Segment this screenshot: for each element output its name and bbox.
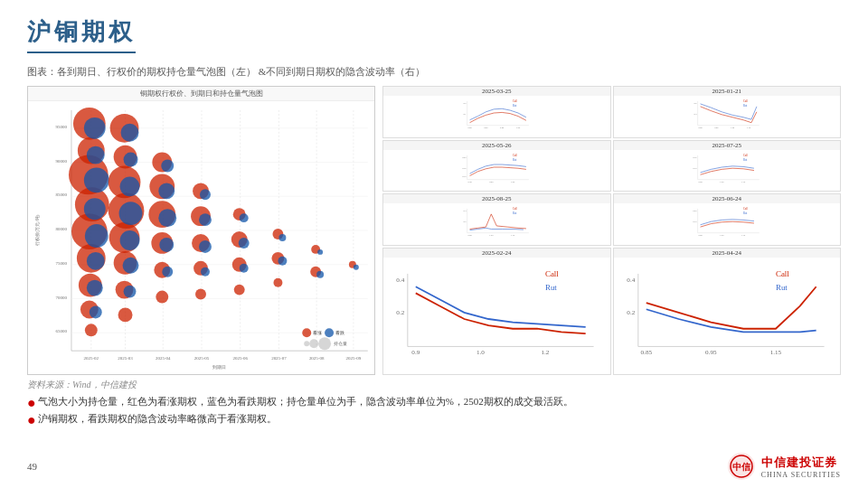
svg-point-48	[87, 252, 105, 270]
svg-text:0.85: 0.85	[698, 127, 703, 129]
svg-text:0.20: 0.20	[462, 155, 467, 158]
svg-text:0.10: 0.10	[693, 166, 697, 169]
svg-text:0.45: 0.45	[467, 180, 472, 183]
svg-text:1.15: 1.15	[746, 127, 750, 129]
svg-point-85	[201, 267, 210, 277]
svg-text:0.96: 0.96	[467, 234, 472, 237]
svg-text:Rut: Rut	[743, 104, 747, 108]
logo-cn: 中信建投证券	[761, 455, 837, 471]
svg-text:中信: 中信	[732, 462, 751, 472]
iv-chart-2-title: 2025-01-21	[614, 87, 841, 96]
svg-text:70000: 70000	[56, 296, 68, 300]
svg-text:90000: 90000	[56, 159, 68, 164]
svg-point-81	[195, 289, 206, 300]
iv-chart-1: 2025-03-25 Call Rut 0.2 0.1 0.85 0.90	[382, 86, 611, 138]
svg-text:2025-09: 2025-09	[346, 356, 362, 361]
svg-text:80000: 80000	[56, 227, 68, 231]
svg-text:0.6: 0.6	[693, 102, 697, 105]
svg-text:0.90: 0.90	[484, 127, 488, 129]
svg-text:0.2: 0.2	[463, 221, 467, 223]
bubble-chart-title: 铜期权行权价、到期日和持仓量气泡图	[28, 87, 374, 101]
svg-text:看涨: 看涨	[313, 330, 322, 335]
svg-text:Rut: Rut	[513, 157, 516, 161]
svg-text:0.20: 0.20	[693, 210, 697, 212]
svg-point-106	[325, 328, 334, 337]
svg-point-95	[273, 278, 282, 287]
svg-point-64	[123, 258, 139, 274]
svg-text:0.4: 0.4	[627, 277, 635, 284]
iv-chart-7-title: 2025-02-24	[383, 249, 610, 258]
svg-point-89	[234, 285, 245, 296]
bubble-chart-inner: 95000 90000 85000 80000 75000 70000 6500…	[28, 101, 374, 372]
iv-chart-8: 2025-04-24 Call Rut 0.4 0.2 0.85 0.95 1.…	[613, 248, 842, 375]
svg-text:Call: Call	[743, 99, 748, 103]
iv-svg-3: Call Rut 0.20 0.15 0.10 0.45 0.90 1.00	[383, 150, 610, 188]
svg-text:85000: 85000	[56, 192, 68, 197]
svg-text:0.85: 0.85	[698, 234, 703, 237]
svg-text:0.95: 0.95	[714, 127, 719, 129]
svg-text:0.95: 0.95	[500, 127, 505, 129]
svg-text:0.2: 0.2	[463, 102, 467, 105]
svg-text:1.00: 1.00	[489, 234, 494, 237]
svg-point-82	[200, 189, 211, 200]
svg-point-61	[120, 176, 140, 196]
chart-subtitle: 图表：各到期日、行权价的期权持仓量气泡图（左） &不同到期日期权的隐含波动率（右…	[27, 64, 841, 79]
svg-point-73	[158, 183, 175, 199]
svg-text:1.00: 1.00	[720, 234, 724, 237]
svg-point-101	[316, 271, 324, 278]
svg-text:看跌: 看跌	[335, 330, 344, 335]
svg-text:1.15: 1.15	[769, 349, 781, 356]
svg-text:Rut: Rut	[743, 211, 747, 215]
svg-point-92	[240, 264, 249, 273]
svg-text:1.00: 1.00	[511, 180, 515, 183]
svg-text:0.2: 0.2	[627, 308, 635, 315]
note-bullet-1: ●	[27, 394, 36, 411]
iv-svg-4: Call Rut 0.15 0.10 0.90 1.00 1.10	[614, 150, 841, 188]
svg-text:0.15: 0.15	[462, 166, 467, 169]
bubble-chart: 铜期权行权价、到期日和持仓量气泡图 95000 90000 85000 8000…	[27, 86, 375, 375]
svg-point-91	[239, 238, 250, 249]
svg-text:1.2: 1.2	[541, 349, 549, 356]
svg-point-58	[118, 307, 133, 322]
svg-point-75	[159, 238, 174, 252]
svg-text:Rut: Rut	[513, 104, 516, 108]
svg-point-42	[85, 324, 98, 336]
footer: 49 中信 中信建投证券 CHINA SECURITIES	[27, 452, 841, 481]
svg-point-50	[90, 305, 102, 318]
iv-svg-5: Call Rut 0.4 0.2 0.96 1.00 1.10	[383, 203, 610, 241]
iv-chart-3-title: 2025-05-26	[383, 141, 610, 150]
svg-text:Call: Call	[775, 269, 788, 278]
svg-point-63	[120, 230, 140, 250]
iv-chart-5: 2025-08-25 Call Rut 0.4 0.2 0.96 1.00 1.…	[382, 193, 611, 246]
page-number: 49	[27, 461, 37, 472]
svg-text:0.10: 0.10	[693, 221, 697, 223]
main-content: 铜期权行权价、到期日和持仓量气泡图 95000 90000 85000 8000…	[27, 86, 841, 375]
svg-text:0.1: 0.1	[463, 113, 467, 116]
svg-text:2025-04: 2025-04	[156, 356, 171, 361]
svg-point-90	[240, 213, 249, 222]
svg-text:到期日: 到期日	[212, 364, 226, 370]
page-title: 沪铜期权	[27, 16, 136, 53]
note-item-1: ● 气泡大小为持仓量，红色为看涨期权，蓝色为看跌期权；持仓量单位为手，隐含波动率…	[27, 394, 841, 411]
svg-point-59	[121, 124, 139, 142]
svg-text:Rut: Rut	[743, 157, 747, 161]
svg-text:Rut: Rut	[545, 283, 557, 292]
svg-text:0.85: 0.85	[640, 349, 652, 356]
svg-point-100	[317, 249, 323, 255]
svg-text:Call: Call	[513, 207, 517, 211]
svg-text:0.9: 0.9	[411, 349, 420, 356]
iv-chart-8-title: 2025-04-24	[614, 249, 841, 258]
bubble-svg: 95000 90000 85000 80000 75000 70000 6500…	[28, 101, 374, 372]
notes: ● 气泡大小为持仓量，红色为看涨期权，蓝色为看跌期权；持仓量单位为手，隐含波动率…	[27, 394, 841, 428]
svg-point-108	[304, 341, 309, 346]
iv-chart-5-title: 2025-08-25	[383, 194, 610, 203]
svg-point-43	[84, 117, 106, 139]
iv-chart-3: 2025-05-26 Call Rut 0.20 0.15 0.10 0.45 …	[382, 140, 611, 192]
svg-text:Call: Call	[513, 99, 517, 103]
svg-point-104	[302, 328, 311, 337]
svg-text:2025-02: 2025-02	[84, 356, 99, 361]
svg-text:行权价(万元/吨): 行权价(万元/吨)	[34, 214, 40, 246]
svg-point-96	[278, 234, 286, 241]
svg-text:1.10: 1.10	[741, 180, 745, 183]
svg-point-65	[124, 286, 137, 298]
